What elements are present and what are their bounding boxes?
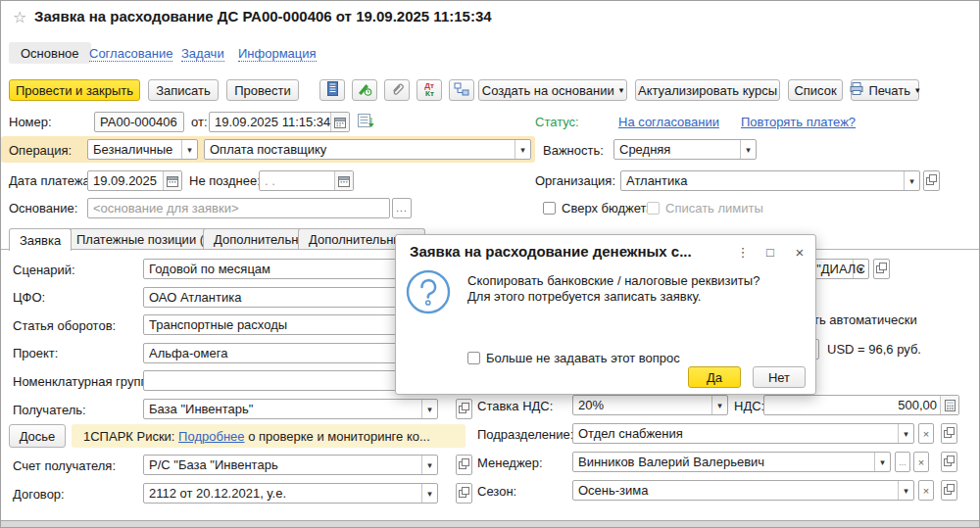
- calendar-icon[interactable]: [334, 171, 353, 190]
- over-budget-checkbox[interactable]: [543, 202, 556, 215]
- repeat-payment-link[interactable]: Повторять платеж?: [741, 115, 856, 129]
- calendar-icon[interactable]: [330, 113, 349, 131]
- save-button[interactable]: Записать: [148, 79, 219, 101]
- recipient-account-value: Р/С "База "Инвентарь: [149, 457, 421, 472]
- fill-date-icon[interactable]: [358, 114, 375, 132]
- kebab-menu-icon[interactable]: ⋮: [733, 243, 753, 261]
- recipient-combo[interactable]: База "Инвентарь" ▾: [143, 399, 438, 419]
- nomenclature-group-field[interactable]: [143, 370, 438, 391]
- open-button[interactable]: [941, 480, 957, 501]
- clear-button[interactable]: ×: [918, 423, 934, 444]
- print-button[interactable]: Печать ▾: [851, 79, 919, 101]
- basis-label: Основание:: [9, 201, 77, 216]
- open-button[interactable]: [941, 423, 957, 444]
- vat-rate-label: Ставка НДС:: [477, 399, 553, 413]
- update-rates-button[interactable]: Актуализировать курсы: [635, 79, 780, 101]
- basis-more-button[interactable]: ...: [392, 198, 412, 218]
- chevron-down-icon[interactable]: ▾: [421, 400, 437, 418]
- post-button[interactable]: Провести: [226, 79, 299, 101]
- related-documents-button[interactable]: [449, 79, 474, 101]
- vat-amount-field[interactable]: 500,00: [763, 395, 959, 415]
- open-button[interactable]: [456, 399, 472, 419]
- chevron-down-icon[interactable]: ▾: [898, 424, 913, 443]
- turnover-item-field[interactable]: Транспортные расходы: [143, 314, 438, 335]
- operation-type-combo[interactable]: Безналичные ▾: [87, 139, 198, 160]
- tab-request[interactable]: Заявка: [9, 228, 72, 251]
- register-records-button[interactable]: [319, 79, 345, 101]
- postings-button[interactable]: Дт Кт: [416, 79, 442, 101]
- create-based-on-label: Создать на основании: [482, 83, 614, 98]
- clear-button[interactable]: ×: [913, 452, 929, 472]
- payment-date-field[interactable]: 19.09.2025: [87, 170, 182, 191]
- dont-ask-label[interactable]: Больше не задавать этот вопрос: [486, 351, 680, 365]
- nav-tab-tasks[interactable]: Задачи: [181, 46, 224, 62]
- post-and-close-button[interactable]: Провести и закрыть: [9, 79, 140, 101]
- operation-combo[interactable]: Оплата поставщику ▾: [204, 139, 531, 160]
- chevron-down-icon[interactable]: ▾: [421, 484, 437, 503]
- importance-combo[interactable]: Средняя ▾: [613, 139, 757, 160]
- status-label: Статус:: [535, 115, 579, 129]
- nav-tab-main[interactable]: Основное: [9, 42, 91, 64]
- spark-prefix: 1СПАРК Риски:: [83, 429, 174, 444]
- nav-tab-approval[interactable]: Согласование: [89, 46, 172, 62]
- chevron-down-icon[interactable]: ▾: [898, 481, 913, 500]
- chevron-down-icon[interactable]: ▾: [874, 453, 890, 471]
- manager-more-button[interactable]: ...: [895, 452, 910, 472]
- create-based-on-button[interactable]: Создать на основании ▾: [478, 79, 627, 101]
- yes-button[interactable]: Да: [688, 366, 741, 388]
- clear-button[interactable]: ×: [918, 480, 934, 501]
- department-value: Отдел снабжения: [578, 426, 898, 441]
- attachments-button[interactable]: [384, 79, 410, 101]
- maximize-icon[interactable]: □: [760, 243, 780, 261]
- project-label: Проект:: [13, 346, 58, 360]
- no-button[interactable]: Нет: [753, 366, 806, 388]
- vat-label: НДС:: [734, 399, 764, 413]
- organization-value: Атлантика: [626, 173, 904, 188]
- recipient-account-combo[interactable]: Р/С "База "Инвентарь ▾: [143, 455, 438, 475]
- organization-combo[interactable]: Атлантика ▾: [620, 170, 920, 191]
- datetime-field[interactable]: 19.09.2025 11:15:34: [209, 112, 350, 132]
- cfo-field[interactable]: ОАО Атлантика: [143, 287, 438, 308]
- manager-combo[interactable]: Винников Валерий Валерьевич ▾: [572, 452, 891, 472]
- chevron-down-icon[interactable]: ▾: [740, 140, 756, 159]
- sign-button[interactable]: [352, 79, 377, 101]
- list-button[interactable]: Список: [788, 79, 843, 101]
- spark-details-link[interactable]: Подробнее: [178, 429, 244, 444]
- turnover-item-value: Транспортные расходы: [149, 317, 437, 332]
- not-later-field[interactable]: . .: [259, 170, 354, 191]
- open-button[interactable]: [456, 483, 472, 504]
- chevron-down-icon[interactable]: ▾: [514, 140, 530, 159]
- vat-rate-combo[interactable]: 20% ▾: [572, 395, 728, 415]
- calendar-icon[interactable]: [163, 171, 181, 190]
- contract-combo[interactable]: 2112 от 20.12.2021, у.е. ▾: [143, 483, 438, 504]
- dont-ask-checkbox[interactable]: [467, 352, 480, 364]
- over-budget-label[interactable]: Сверх бюджета: [562, 201, 654, 216]
- status-link[interactable]: На согласовании: [618, 115, 719, 129]
- calculator-icon[interactable]: [940, 396, 958, 414]
- printer-icon: [850, 82, 863, 98]
- open-button[interactable]: [456, 455, 472, 475]
- organization-label: Организация:: [535, 173, 615, 188]
- document-register-icon: [326, 81, 339, 99]
- close-icon[interactable]: ×: [790, 243, 809, 261]
- chevron-down-icon[interactable]: ▾: [421, 456, 437, 474]
- chevron-down-icon: ▾: [619, 85, 624, 95]
- number-field[interactable]: РА00-000406: [94, 112, 184, 132]
- open-button[interactable]: [923, 170, 940, 191]
- dossier-button[interactable]: Досье: [9, 424, 66, 448]
- open-button[interactable]: [941, 452, 957, 472]
- chevron-down-icon[interactable]: ▾: [904, 171, 919, 190]
- nav-tab-info[interactable]: Информация: [238, 46, 317, 62]
- project-field[interactable]: Альфа-омега: [143, 343, 438, 363]
- print-label: Печать: [868, 83, 910, 98]
- basis-placeholder: <основание для заявки>: [93, 201, 389, 216]
- chevron-down-icon[interactable]: ▾: [181, 140, 197, 159]
- department-combo[interactable]: Отдел снабжения ▾: [572, 423, 914, 444]
- scenario-field[interactable]: Годовой по месяцам: [143, 259, 438, 279]
- clear-icon: ×: [923, 485, 929, 497]
- chevron-down-icon[interactable]: ▾: [711, 396, 727, 414]
- favorite-star-icon[interactable]: ☆: [13, 8, 26, 26]
- open-button[interactable]: [873, 259, 890, 279]
- basis-field[interactable]: <основание для заявки>: [87, 198, 390, 218]
- season-combo[interactable]: Осень-зима ▾: [572, 480, 914, 501]
